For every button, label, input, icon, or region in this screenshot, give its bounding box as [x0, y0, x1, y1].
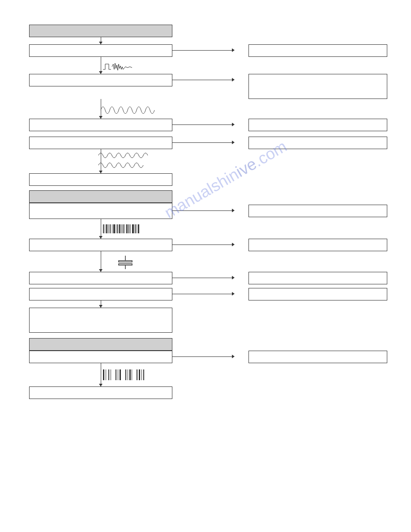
svg-rect-16: [132, 224, 134, 233]
box-r6-left: [29, 173, 172, 186]
section2-header-box: [29, 190, 172, 203]
row2: [29, 44, 387, 57]
arrowhead-r4: [232, 123, 235, 126]
box-r3-left: [29, 74, 172, 86]
signal-area-5: [29, 251, 172, 272]
connector-r2: [172, 50, 233, 51]
svg-rect-28: [111, 369, 111, 380]
svg-rect-26: [106, 369, 106, 380]
row3: [29, 74, 387, 99]
s3-connector-r2: [172, 356, 233, 357]
waveform-svg-1: [101, 60, 154, 74]
row4: [29, 119, 387, 131]
s2-row5: [29, 288, 387, 300]
svg-rect-15: [130, 224, 131, 233]
s3-arrowhead-r2: [232, 355, 235, 358]
connector-r5: [172, 142, 233, 143]
s2-connector-r3: [172, 245, 233, 245]
svg-rect-35: [132, 369, 132, 380]
svg-rect-21: [119, 261, 132, 262]
s3-box-r2-right: [248, 351, 387, 363]
s2-connector-r2: [172, 210, 233, 211]
box-r4-left: [29, 119, 172, 131]
arrowhead-r2: [232, 48, 235, 52]
svg-rect-8: [117, 224, 118, 233]
s2-arrowhead-r4: [232, 276, 235, 279]
svg-rect-32: [125, 369, 126, 380]
svg-rect-2: [106, 224, 107, 233]
gap-2: [29, 186, 387, 190]
waveform-barcode: [101, 223, 150, 236]
box-r5-right: [248, 137, 387, 149]
s2-box-r5-left: [29, 288, 172, 300]
svg-rect-18: [137, 224, 137, 233]
svg-rect-19: [138, 224, 139, 233]
s2-connector-r5: [172, 294, 233, 294]
svg-rect-9: [119, 224, 120, 233]
waveform-svg-6: [98, 366, 157, 384]
arrowhead-r3: [232, 78, 235, 82]
svg-rect-6: [113, 224, 115, 233]
svg-rect-22: [119, 264, 132, 265]
row5: [29, 137, 387, 149]
waveform-svg-3: [96, 151, 159, 173]
svg-rect-36: [137, 369, 137, 380]
box-r5-left: [29, 137, 172, 149]
s2-connector-r4: [172, 278, 233, 278]
svg-rect-38: [141, 369, 142, 380]
svg-rect-34: [129, 369, 131, 380]
box-r2-left: [29, 44, 172, 57]
s2-box-r4-right: [248, 272, 387, 284]
row6: [29, 173, 387, 186]
waveform-sine: [98, 103, 157, 118]
arrowhead-r5: [232, 141, 235, 144]
svg-rect-3: [108, 224, 109, 233]
svg-rect-31: [120, 369, 121, 380]
s2-box-r4-left: [29, 272, 172, 284]
box-r4-right: [248, 119, 387, 131]
gap-3: [29, 284, 387, 288]
signal-area-2: [29, 99, 172, 119]
s2-box-r2-left: [29, 203, 172, 219]
s2-box-r6-left: [29, 308, 172, 333]
svg-rect-1: [105, 224, 105, 233]
s2-arrowhead-r5: [232, 292, 235, 296]
s2-row2: [29, 203, 387, 219]
svg-rect-4: [110, 224, 111, 233]
arrow-down-1: [29, 37, 172, 44]
svg-rect-11: [123, 224, 124, 233]
s2-box-r3-left: [29, 239, 172, 251]
svg-rect-29: [116, 369, 116, 380]
s3-row2: [29, 351, 387, 363]
s2-box-r2-right: [248, 205, 387, 217]
svg-rect-24: [101, 369, 101, 380]
waveform-svg-4: [101, 223, 150, 235]
waveform-pulse-noise: [101, 60, 154, 75]
waveform-dual-sine: [96, 151, 159, 174]
signal-area-3: [29, 149, 172, 173]
section3-header-box: [29, 338, 172, 351]
s2-row6: [29, 308, 387, 333]
s2-arrowhead-r2: [232, 209, 235, 212]
svg-rect-37: [139, 369, 140, 380]
s2-row4: [29, 272, 387, 284]
signal-area-4: [29, 219, 172, 239]
svg-rect-5: [112, 224, 112, 233]
svg-rect-7: [116, 224, 116, 233]
svg-rect-14: [128, 224, 129, 233]
connector-r3: [172, 80, 233, 80]
section1-header-row: [29, 25, 387, 37]
svg-rect-25: [103, 369, 104, 380]
s2-row3: [29, 239, 387, 251]
waveform-barcode2: [98, 366, 157, 385]
s2-arrowhead-r3: [232, 243, 235, 246]
svg-rect-10: [121, 224, 122, 233]
signal-area-1: [29, 57, 172, 74]
waveform-svg-5: [114, 256, 137, 269]
s3-box-r2-left: [29, 351, 172, 363]
connector-r4: [172, 124, 233, 125]
box-r3-right: [248, 74, 387, 99]
s2-box-r5-right: [248, 288, 387, 300]
waveform-capacitor: [114, 256, 137, 270]
svg-rect-17: [135, 224, 136, 233]
